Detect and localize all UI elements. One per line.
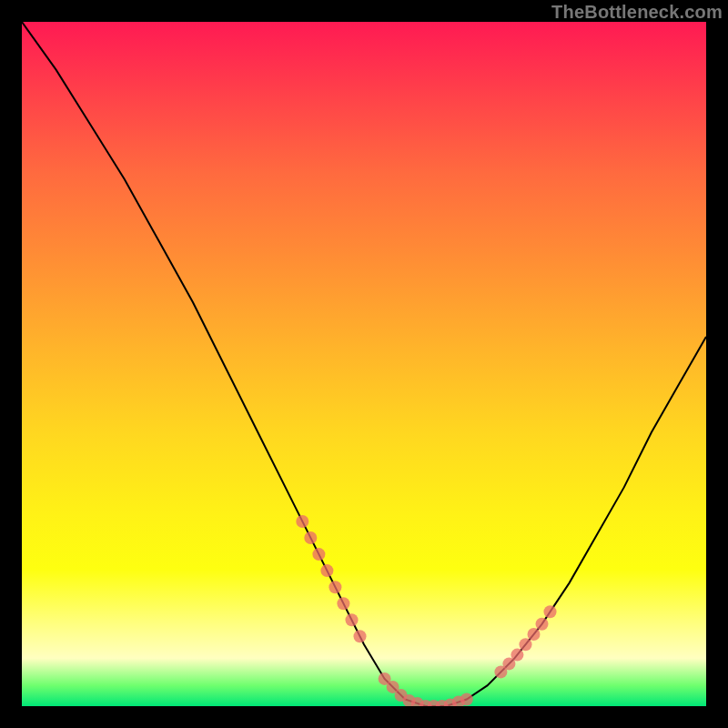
- highlight-dot: [460, 693, 473, 706]
- highlight-dot: [329, 581, 341, 593]
- highlight-dot: [528, 628, 541, 641]
- highlight-dots: [296, 515, 556, 706]
- highlight-dot: [354, 630, 367, 642]
- chart-frame: TheBottleneck.com: [0, 0, 728, 728]
- highlight-dot: [312, 548, 325, 561]
- highlight-dot: [536, 618, 549, 631]
- highlight-dot: [544, 605, 557, 618]
- highlight-dot: [320, 564, 333, 577]
- highlight-dot: [511, 649, 523, 662]
- curve-svg: [22, 22, 706, 706]
- plot-area: [22, 22, 706, 706]
- bottleneck-curve-path: [22, 22, 706, 706]
- watermark-label: TheBottleneck.com: [551, 2, 723, 23]
- highlight-dot: [296, 515, 308, 528]
- highlight-dot: [520, 638, 532, 651]
- highlight-dot: [337, 597, 349, 610]
- highlight-dot: [304, 531, 317, 544]
- highlight-dot: [346, 613, 359, 626]
